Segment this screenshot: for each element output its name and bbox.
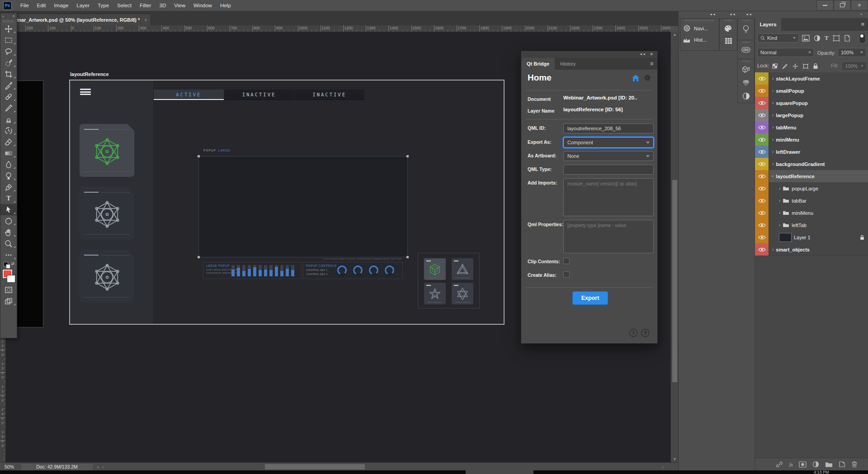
filter-pixel-layers-icon[interactable] bbox=[802, 35, 810, 42]
qml-properties-textarea[interactable] bbox=[563, 220, 654, 253]
link-layers-icon[interactable] bbox=[775, 461, 783, 468]
fill-field[interactable]: 100% bbox=[842, 62, 867, 71]
chevron-collapsed-icon[interactable]: › bbox=[772, 100, 774, 105]
selection-handle[interactable] bbox=[406, 155, 409, 157]
layer-mask-icon[interactable] bbox=[799, 461, 807, 468]
pen-tool[interactable] bbox=[0, 181, 17, 193]
lock-artboard-icon[interactable] bbox=[802, 63, 809, 69]
filter-adjustment-layers-icon[interactable] bbox=[814, 35, 821, 42]
lock-pixels-icon[interactable] bbox=[782, 63, 788, 69]
chevron-collapsed-icon[interactable]: › bbox=[772, 247, 774, 252]
lasso-tool[interactable] bbox=[0, 46, 17, 57]
chevron-collapsed-icon[interactable]: › bbox=[779, 210, 780, 215]
collapse-panel-icon[interactable]: ◄◄ bbox=[639, 52, 646, 56]
scroll-left-icon[interactable]: ‹ bbox=[102, 465, 104, 469]
dodge-tool[interactable] bbox=[0, 170, 17, 181]
layer-row-stackLayoutFrame[interactable]: ›stackLayoutFrame bbox=[755, 72, 868, 85]
expand-icon[interactable]: » bbox=[860, 13, 862, 16]
layer-row-Layer_1[interactable]: Layer 1 bbox=[755, 231, 868, 244]
layer-visibility-toggle[interactable] bbox=[755, 207, 769, 219]
scroll-right-icon[interactable]: › bbox=[662, 465, 664, 469]
knob-3[interactable] bbox=[368, 264, 380, 276]
minimize-button[interactable] bbox=[816, 0, 834, 10]
panel-grip[interactable] bbox=[724, 20, 732, 21]
layer-row-leftDrawer[interactable]: ›leftDrawer bbox=[755, 146, 868, 158]
tab-layers[interactable]: Layers bbox=[755, 18, 781, 31]
layer-visibility-toggle[interactable] bbox=[755, 194, 769, 207]
drawer-card[interactable] bbox=[80, 124, 134, 177]
hand-tool[interactable] bbox=[0, 227, 17, 238]
chevron-collapsed-icon[interactable]: › bbox=[779, 223, 780, 228]
menu-help[interactable]: Help bbox=[216, 3, 235, 8]
chevron-collapsed-icon[interactable]: › bbox=[779, 198, 780, 203]
vertical-scrollbar-thumb[interactable] bbox=[672, 180, 677, 382]
lock-position-icon[interactable] bbox=[792, 63, 798, 69]
menu-layer[interactable]: Layer bbox=[72, 3, 94, 8]
menu-view[interactable]: View bbox=[170, 3, 189, 8]
tab-history[interactable]: History bbox=[555, 58, 581, 70]
learn-panel-button[interactable] bbox=[738, 22, 754, 36]
create-alias-checkbox[interactable] bbox=[563, 271, 570, 278]
layer-visibility-toggle[interactable] bbox=[755, 243, 769, 256]
drawer-card[interactable] bbox=[80, 250, 134, 303]
chevron-collapsed-icon[interactable]: › bbox=[772, 149, 774, 154]
selection-handle[interactable] bbox=[198, 256, 200, 258]
chevron-collapsed-icon[interactable]: › bbox=[772, 88, 774, 93]
chevron-collapsed-icon[interactable]: › bbox=[772, 113, 774, 118]
adjustments-panel-button[interactable] bbox=[738, 90, 754, 103]
layer-row-smallPopup[interactable]: ›smallPopup bbox=[755, 85, 868, 97]
panel-menu-icon[interactable]: ≡ bbox=[861, 21, 864, 28]
menu-window[interactable]: Window bbox=[189, 3, 216, 8]
new-layer-icon[interactable] bbox=[839, 461, 845, 468]
default-swap-colors[interactable]: ⇄ bbox=[0, 261, 17, 269]
new-group-icon[interactable] bbox=[825, 461, 833, 467]
export-as-dropdown[interactable]: Component bbox=[563, 137, 654, 148]
scroll-up-icon[interactable]: ▲ bbox=[671, 33, 679, 37]
collapse-icon[interactable]: ◄◄ bbox=[709, 13, 716, 16]
layer-visibility-toggle[interactable] bbox=[755, 121, 769, 133]
filter-smart-objects-icon[interactable] bbox=[844, 35, 850, 42]
document-tab[interactable]: inar_Artwork.psd @ 50% (layoutReference,… bbox=[13, 14, 151, 26]
mini-menu-tile-hexagram[interactable] bbox=[452, 283, 473, 304]
chevron-expanded-icon[interactable]: › bbox=[770, 175, 775, 177]
tab-qt-bridge[interactable]: Qt Bridge bbox=[521, 58, 555, 70]
help-icon[interactable]: ? bbox=[641, 329, 649, 337]
layer-visibility-toggle[interactable] bbox=[755, 133, 769, 146]
quick-selection-tool[interactable] bbox=[0, 57, 17, 68]
panel-menu-icon[interactable]: ≡ bbox=[650, 61, 653, 67]
collapse-icon[interactable]: » bbox=[2, 15, 4, 18]
ellipse-tool[interactable] bbox=[0, 215, 17, 227]
mini-menu-tile-cube[interactable] bbox=[424, 258, 446, 280]
color-wheel-panel-button[interactable] bbox=[738, 76, 754, 90]
scroll-down-icon[interactable]: ▼ bbox=[671, 457, 679, 461]
layer-visibility-toggle[interactable] bbox=[755, 72, 769, 85]
adjustment-layer-icon[interactable] bbox=[812, 461, 819, 468]
mini-menu-tile-penrose[interactable] bbox=[452, 258, 473, 280]
warning-icon[interactable]: ! bbox=[629, 329, 637, 337]
layer-style-icon[interactable]: fx bbox=[789, 462, 793, 467]
marquee-tool[interactable] bbox=[0, 34, 17, 46]
blur-tool[interactable] bbox=[0, 159, 17, 170]
artwork-tab-inactive-1[interactable]: INACTIVE bbox=[224, 90, 294, 100]
layer-row-layoutReference[interactable]: ›layoutReference bbox=[755, 170, 868, 183]
knob-4[interactable] bbox=[383, 264, 396, 276]
toolbar-header[interactable]: »✕ bbox=[0, 13, 17, 19]
zoom-tool[interactable] bbox=[0, 238, 17, 249]
layer-row-tabMenu[interactable]: ›tabMenu bbox=[755, 121, 868, 134]
home-icon[interactable] bbox=[632, 75, 639, 81]
histogram-panel-button[interactable]: Hist... bbox=[680, 34, 719, 45]
panel-grip[interactable] bbox=[742, 61, 750, 62]
chevron-collapsed-icon[interactable]: › bbox=[772, 161, 774, 166]
layer-visibility-toggle[interactable] bbox=[755, 109, 769, 121]
drawer-card[interactable] bbox=[80, 187, 134, 240]
layer-row-miniMenu[interactable]: ›miniMenu bbox=[755, 207, 868, 219]
close-button[interactable]: ✕ bbox=[851, 0, 868, 10]
add-imports-textarea[interactable] bbox=[563, 178, 654, 216]
menu-filter[interactable]: Filter bbox=[136, 3, 156, 8]
layer-row-largePopup[interactable]: ›largePopup bbox=[755, 109, 868, 122]
chevron-collapsed-icon[interactable]: › bbox=[772, 125, 774, 130]
gradient-tool[interactable] bbox=[0, 147, 17, 159]
knob-2[interactable] bbox=[352, 264, 364, 276]
layer-visibility-toggle[interactable] bbox=[755, 231, 769, 243]
status-flyout-icon[interactable]: › bbox=[97, 465, 99, 469]
